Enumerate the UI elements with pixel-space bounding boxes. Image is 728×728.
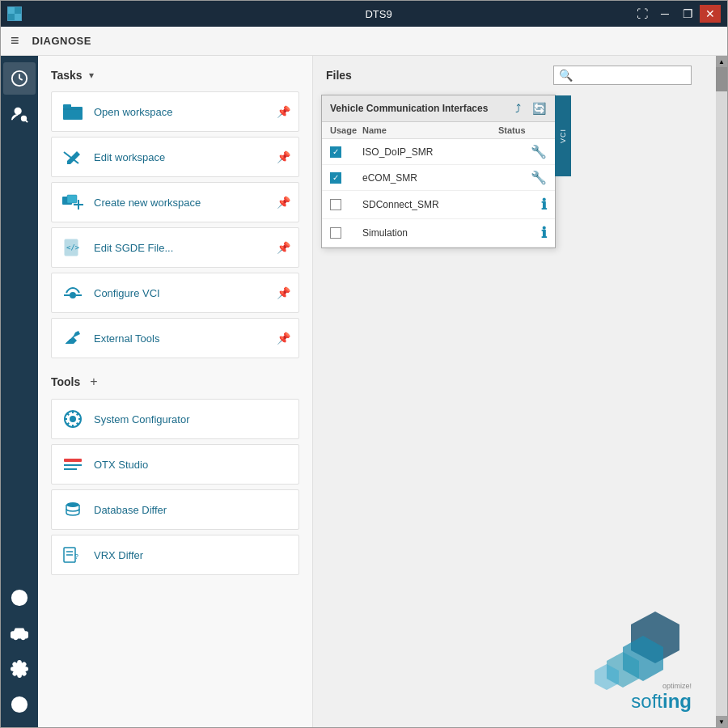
svg-point-13 bbox=[15, 637, 18, 640]
vci-column-headers: Usage Name Status bbox=[322, 122, 555, 139]
otx-studio-icon bbox=[61, 453, 84, 476]
task-configure-vci-pin: 📌 bbox=[277, 286, 290, 299]
tools-plus[interactable]: + bbox=[90, 375, 97, 389]
vci-row3-status: ℹ bbox=[498, 196, 547, 214]
vci-row1-status: 🔧 bbox=[498, 144, 547, 159]
task-edit-sgde-label: Edit SGDE File... bbox=[94, 242, 173, 254]
vci-row1-checkbox[interactable]: ✓ bbox=[330, 146, 341, 158]
maximize-button[interactable]: ⛶ bbox=[632, 5, 653, 23]
task-create-workspace-pin: 📌 bbox=[277, 196, 290, 209]
vci-side-tab[interactable]: VCI bbox=[555, 95, 571, 176]
search-bar: 🔍 bbox=[553, 66, 692, 85]
minimize-button[interactable]: ─ bbox=[654, 5, 675, 23]
search-input[interactable] bbox=[578, 66, 691, 84]
svg-text:</>: </> bbox=[66, 243, 80, 252]
vci-panel: Vehicle Communication Interfaces ⤴ 🔄 Usa… bbox=[321, 95, 556, 248]
brand-name: softing bbox=[631, 692, 692, 711]
branding-area: optimize! softing bbox=[530, 603, 692, 711]
task-open-workspace-pin: 📌 bbox=[277, 105, 290, 118]
vci-header-buttons: ⤴ 🔄 bbox=[510, 100, 547, 116]
svg-point-14 bbox=[22, 637, 25, 640]
restore-button[interactable]: ❐ bbox=[677, 5, 698, 23]
sidebar-item-person-search[interactable] bbox=[3, 98, 36, 130]
scroll-thumb[interactable] bbox=[716, 67, 727, 91]
tools-title: Tools bbox=[51, 375, 80, 388]
sidebar-item-help[interactable] bbox=[3, 688, 36, 721]
edit-sgde-icon: </> bbox=[61, 236, 84, 259]
svg-rect-19 bbox=[63, 104, 71, 108]
tool-database-differ[interactable]: Database Differ bbox=[51, 489, 299, 530]
vci-row3-checkbox[interactable] bbox=[330, 199, 341, 210]
vci-export-button[interactable]: ⤴ bbox=[510, 100, 526, 116]
window-title: DTS9 bbox=[125, 8, 632, 20]
hamburger-menu[interactable]: ≡ bbox=[11, 32, 19, 49]
system-configurator-icon bbox=[61, 408, 84, 430]
system-configurator-label: System Configurator bbox=[94, 413, 190, 425]
diagnose-label: DIAGNOSE bbox=[32, 35, 91, 47]
configure-vci-icon bbox=[61, 281, 84, 304]
vci-row2-checkbox[interactable]: ✓ bbox=[330, 172, 341, 184]
sidebar-item-car[interactable] bbox=[3, 617, 36, 650]
svg-point-8 bbox=[22, 116, 27, 121]
right-panel: 🔍 Files Open File ... Vehicle Communicat… bbox=[313, 56, 716, 727]
sidebar-item-gear[interactable] bbox=[3, 653, 36, 685]
task-external-tools-pin: 📌 bbox=[277, 332, 290, 345]
scroll-down-arrow[interactable]: ▼ bbox=[716, 716, 727, 727]
vci-row: ✓ eCOM_SMR 🔧 bbox=[322, 165, 555, 191]
svg-rect-22 bbox=[67, 195, 77, 203]
tasks-title: Tasks bbox=[51, 69, 83, 82]
vci-row: ✓ ISO_DoIP_SMR 🔧 bbox=[322, 139, 555, 165]
task-create-workspace-label: Create new workspace bbox=[94, 197, 201, 209]
task-create-workspace[interactable]: Create new workspace 📌 bbox=[51, 182, 299, 222]
svg-point-27 bbox=[70, 292, 76, 298]
scroll-up-arrow[interactable]: ▲ bbox=[716, 56, 727, 67]
close-button[interactable]: ✕ bbox=[700, 5, 721, 23]
vci-row3-name: SDConnect_SMR bbox=[362, 199, 498, 210]
tasks-arrow[interactable]: ▾ bbox=[89, 70, 94, 81]
tool-otx-studio[interactable]: OTX Studio bbox=[51, 444, 299, 485]
vci-row: Simulation ℹ bbox=[322, 219, 555, 248]
brand-ing: ing bbox=[662, 690, 692, 712]
task-open-workspace[interactable]: Open workspace 📌 bbox=[51, 91, 299, 132]
svg-rect-33 bbox=[64, 459, 82, 462]
task-edit-workspace[interactable]: Edit workspace 📌 bbox=[51, 137, 299, 177]
titlebar-controls: ⛶ ─ ❐ ✕ bbox=[632, 5, 721, 23]
inner-content: Tasks ▾ Open workspace bbox=[38, 56, 727, 727]
create-workspace-icon bbox=[61, 191, 84, 214]
sidebar-item-globe[interactable] bbox=[3, 582, 36, 614]
tasks-header: Tasks ▾ bbox=[51, 69, 299, 82]
vci-row4-checkbox[interactable] bbox=[330, 227, 341, 239]
vci-refresh-button[interactable]: 🔄 bbox=[531, 100, 547, 116]
otx-studio-label: OTX Studio bbox=[94, 459, 148, 471]
task-edit-sgde-pin: 📌 bbox=[277, 241, 290, 254]
vci-row2-status: 🔧 bbox=[498, 170, 547, 185]
open-workspace-icon bbox=[61, 100, 84, 123]
svg-point-32 bbox=[70, 416, 76, 422]
task-external-tools[interactable]: External Tools 📌 bbox=[51, 318, 299, 358]
task-configure-vci[interactable]: Configure VCI 📌 bbox=[51, 273, 299, 313]
search-icon: 🔍 bbox=[554, 66, 578, 84]
svg-point-36 bbox=[66, 502, 79, 507]
tools-header: Tools + bbox=[51, 375, 299, 389]
right-scrollbar: ▲ ▼ bbox=[716, 56, 727, 727]
sidebar-item-clock[interactable] bbox=[3, 62, 36, 95]
vci-row4-status: ℹ bbox=[498, 224, 547, 242]
task-edit-sgde[interactable]: </> Edit SGDE File... 📌 bbox=[51, 227, 299, 268]
svg-rect-2 bbox=[8, 14, 15, 20]
titlebar-left bbox=[7, 6, 125, 21]
menubar: ≡ DIAGNOSE bbox=[1, 27, 727, 56]
tool-vrx-differ[interactable]: ? VRX Differ bbox=[51, 535, 299, 575]
vci-panel-title: Vehicle Communication Interfaces bbox=[330, 103, 488, 114]
vci-row1-name: ISO_DoIP_SMR bbox=[362, 146, 498, 158]
task-edit-workspace-label: Edit workspace bbox=[94, 151, 165, 163]
vrx-differ-icon: ? bbox=[61, 544, 84, 566]
vci-panel-header: Vehicle Communication Interfaces ⤴ 🔄 bbox=[322, 95, 555, 122]
tool-system-configurator[interactable]: System Configurator bbox=[51, 399, 299, 439]
svg-line-6 bbox=[19, 78, 23, 80]
task-open-workspace-label: Open workspace bbox=[94, 106, 173, 118]
scroll-track bbox=[716, 67, 727, 716]
content-area: Tasks ▾ Open workspace bbox=[38, 56, 727, 727]
svg-rect-0 bbox=[8, 7, 15, 14]
softing-brand: optimize! softing bbox=[631, 682, 692, 711]
app-icon bbox=[7, 6, 22, 21]
